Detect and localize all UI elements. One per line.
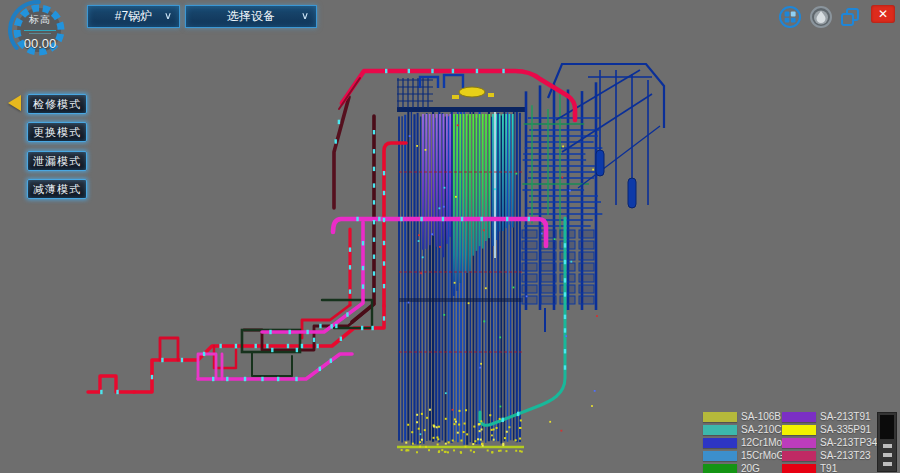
legend-row: SA-210C SA-335P91 <box>703 423 875 436</box>
gauge-divider-2 <box>29 33 51 34</box>
gauge-divider <box>24 30 56 31</box>
legend-label: 12Cr1MoVG <box>741 437 782 448</box>
boiler-select[interactable]: #7锅炉 ∨ <box>87 5 180 28</box>
legend-label: SA-213T23 <box>820 450 875 461</box>
close-icon: ✕ <box>878 7 888 21</box>
legend-swatch <box>782 464 816 473</box>
legend-swatch <box>703 451 737 461</box>
scrollbar-tick <box>883 444 892 448</box>
legend-label: 15CrMoG <box>741 450 782 461</box>
chevron-down-icon: ∨ <box>301 10 309 22</box>
device-select[interactable]: 选择设备 ∨ <box>185 5 317 28</box>
legend-swatch <box>782 451 816 461</box>
chevron-down-icon: ∨ <box>164 10 172 22</box>
mode-button-leak[interactable]: 泄漏模式 <box>27 151 87 171</box>
layers-icon[interactable] <box>838 5 862 29</box>
collapse-arrow-icon[interactable] <box>8 95 21 111</box>
boiler-3d-model-viewport[interactable] <box>0 0 900 473</box>
legend-swatch <box>703 425 737 435</box>
grid-icon[interactable] <box>778 5 802 29</box>
legend-label: 20G <box>741 463 782 473</box>
legend-row: SA-106B SA-213T91 <box>703 410 875 423</box>
scrollbar-tick <box>883 453 892 457</box>
legend-swatch <box>703 438 737 448</box>
mode-button-thinning[interactable]: 减薄模式 <box>27 179 87 199</box>
mode-button-overhaul[interactable]: 检修模式 <box>27 94 87 114</box>
legend-label: SA-213T91 <box>820 411 875 422</box>
legend-row: 20G T91 <box>703 462 875 473</box>
material-legend: SA-106B SA-213T91 SA-210C SA-335P91 12Cr… <box>703 410 875 473</box>
water-drop-icon[interactable] <box>809 5 833 29</box>
scrollbar-tick <box>883 462 892 466</box>
legend-row: 12Cr1MoVG SA-213TP347H <box>703 436 875 449</box>
legend-label: T91 <box>820 463 875 473</box>
legend-swatch <box>703 464 737 473</box>
legend-label: SA-335P91 <box>820 424 875 435</box>
elevation-label: 标高 <box>29 13 51 27</box>
app-root: 标高 00.00 #7锅炉 ∨ 选择设备 ∨ <box>0 0 900 473</box>
legend-swatch <box>703 412 737 422</box>
legend-row: 15CrMoG SA-213T23 <box>703 449 875 462</box>
scrollbar-thumb[interactable] <box>880 415 894 439</box>
legend-swatch <box>782 425 816 435</box>
elevation-value: 00.00 <box>24 36 57 51</box>
legend-scrollbar[interactable] <box>877 412 897 472</box>
close-button[interactable]: ✕ <box>871 5 895 23</box>
legend-label: SA-210C <box>741 424 782 435</box>
device-select-value: 选择设备 <box>186 8 316 25</box>
legend-swatch <box>782 438 816 448</box>
mode-button-replace[interactable]: 更换模式 <box>27 122 87 142</box>
legend-swatch <box>782 412 816 422</box>
legend-label: SA-213TP347H <box>820 437 875 448</box>
legend-label: SA-106B <box>741 411 782 422</box>
elevation-gauge: 标高 00.00 <box>4 0 76 68</box>
